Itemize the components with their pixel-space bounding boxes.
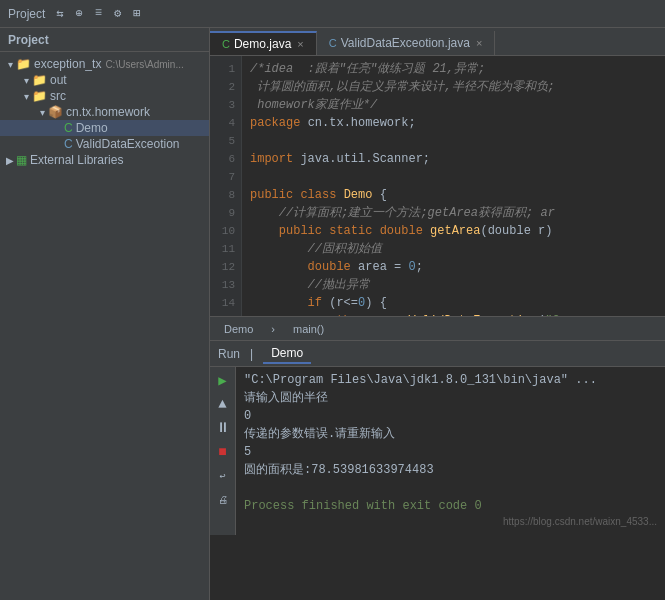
arrow-icon: ▾: [36, 107, 48, 118]
pause-button[interactable]: ⏸: [214, 419, 232, 437]
arrow-icon: ▾: [20, 75, 32, 86]
tree-label: src: [50, 89, 66, 103]
java-file-icon: C: [64, 137, 73, 151]
main-area: Project ▾ 📁 exception_tx C:\Users\Admin.…: [0, 28, 665, 600]
output-line-path: "C:\Program Files\Java\jdk1.8.0_131\bin\…: [244, 371, 657, 389]
editor-area: C Demo.java × C ValidDataExceotion.java …: [210, 28, 665, 600]
java-file-icon: C: [64, 121, 73, 135]
tab-close-icon[interactable]: ×: [476, 37, 482, 49]
print-button[interactable]: 🖨: [214, 491, 232, 509]
tree-label: cn.tx.homework: [66, 105, 150, 119]
tab-close-icon[interactable]: ×: [297, 38, 303, 50]
run-output: "C:\Program Files\Java\jdk1.8.0_131\bin\…: [236, 367, 665, 535]
line-numbers: 12345 678910 1112131415 1617181920 21: [210, 56, 242, 316]
tree-label: ValidDataExceotion: [76, 137, 180, 151]
output-line-zero: 0: [244, 407, 657, 425]
library-icon: ▦: [16, 153, 27, 167]
arrow-icon: ▶: [4, 155, 16, 166]
tab-file-icon: C: [329, 37, 337, 49]
add-icon[interactable]: ⊕: [73, 4, 86, 23]
struct-item-demo[interactable]: Demo: [218, 321, 259, 337]
run-tab-demo[interactable]: Demo: [263, 344, 311, 364]
code-editor[interactable]: 12345 678910 1112131415 1617181920 21 /*…: [210, 56, 665, 316]
sidebar-title: Project: [8, 33, 49, 47]
run-separator: |: [250, 347, 253, 361]
output-line-result: 圆的面积是:78.53981633974483: [244, 461, 657, 479]
tab-file-icon: C: [222, 38, 230, 50]
tab-label: ValidDataExceotion.java: [341, 36, 470, 50]
tree-item-valid[interactable]: C ValidDataExceotion: [0, 136, 209, 152]
sidebar-header: Project: [0, 28, 209, 52]
sync-icon[interactable]: ⇆: [53, 4, 66, 23]
run-controls: ▶ ▲ ⏸ ■ ↩ 🖨: [210, 367, 236, 535]
tree-label: out: [50, 73, 67, 87]
tab-label: Demo.java: [234, 37, 291, 51]
project-sidebar: Project ▾ 📁 exception_tx C:\Users\Admin.…: [0, 28, 210, 600]
run-panel-header: Run | Demo: [210, 341, 665, 367]
output-line-five: 5: [244, 443, 657, 461]
output-line-prompt: 请输入圆的半径: [244, 389, 657, 407]
project-title: Project: [8, 7, 45, 21]
tree-item-out[interactable]: ▾ 📁 out: [0, 72, 209, 88]
output-line-error: 传递的参数错误.请重新输入: [244, 425, 657, 443]
menu-icon[interactable]: ≡: [92, 4, 105, 23]
tree-item-exception_tx[interactable]: ▾ 📁 exception_tx C:\Users\Admin...: [0, 56, 209, 72]
step-button[interactable]: ↩: [214, 467, 232, 485]
struct-separator: ›: [271, 323, 275, 335]
tree-item-demo[interactable]: C Demo: [0, 120, 209, 136]
watermark: https://blog.csdn.net/waixn_4533...: [503, 513, 657, 531]
output-blank: [244, 479, 657, 497]
run-panel: Run | Demo ▶ ▲ ⏸ ■ ↩ 🖨 "C:\Program Files…: [210, 340, 665, 535]
settings-icon[interactable]: ⚙: [111, 4, 124, 23]
toolbar-icons: ⇆ ⊕ ≡ ⚙ ⊞: [53, 4, 143, 23]
play-button[interactable]: ▶: [214, 371, 232, 389]
folder-icon: 📁: [16, 57, 31, 71]
grid-icon[interactable]: ⊞: [130, 4, 143, 23]
tree-item-src[interactable]: ▾ 📁 src: [0, 88, 209, 104]
project-tree: ▾ 📁 exception_tx C:\Users\Admin... ▾ 📁 o…: [0, 52, 209, 600]
arrow-icon: ▾: [20, 91, 32, 102]
tree-label: Demo: [76, 121, 108, 135]
run-label: Run: [218, 347, 240, 361]
up-button[interactable]: ▲: [214, 395, 232, 413]
code-content[interactable]: /*idea :跟着"任亮"做练习题 21,异常; 计算圆的面积,以自定义异常来…: [242, 56, 665, 316]
tree-label: exception_tx: [34, 57, 101, 71]
folder-icon: 📁: [32, 89, 47, 103]
structure-bar: Demo › main(): [210, 316, 665, 340]
tab-bar: C Demo.java × C ValidDataExceotion.java …: [210, 28, 665, 56]
folder-icon: 📁: [32, 73, 47, 87]
tree-item-extlibs[interactable]: ▶ ▦ External Libraries: [0, 152, 209, 168]
path-label: C:\Users\Admin...: [105, 59, 183, 70]
package-icon: 📦: [48, 105, 63, 119]
tab-validdata-java[interactable]: C ValidDataExceotion.java ×: [317, 31, 496, 55]
arrow-icon: ▾: [4, 59, 16, 70]
run-body: ▶ ▲ ⏸ ■ ↩ 🖨 "C:\Program Files\Java\jdk1.…: [210, 367, 665, 535]
tree-label: External Libraries: [30, 153, 123, 167]
tab-demo-java[interactable]: C Demo.java ×: [210, 31, 317, 55]
struct-item-main[interactable]: main(): [287, 321, 330, 337]
tree-item-package[interactable]: ▾ 📦 cn.tx.homework: [0, 104, 209, 120]
stop-button[interactable]: ■: [214, 443, 232, 461]
top-toolbar: Project ⇆ ⊕ ≡ ⚙ ⊞: [0, 0, 665, 28]
